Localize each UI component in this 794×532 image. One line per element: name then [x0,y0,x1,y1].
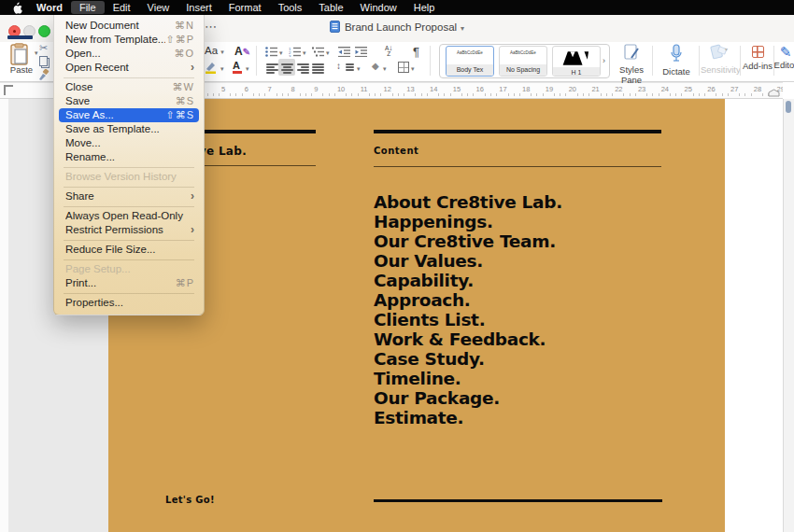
menubar-item-tools[interactable]: Tools [270,1,311,14]
shading-button[interactable]: ◆ [372,61,379,71]
file-menu-item-always-open-read-only[interactable]: Always Open Read-Only [54,209,204,223]
menubar-items: WordFileEditViewInsertFormatToolsTableWi… [28,1,443,14]
justify-button[interactable] [312,63,324,75]
shading-chevron[interactable]: ▾ [383,65,387,73]
file-menu-item-print[interactable]: Print...⌘P [54,276,204,290]
add-ins-button[interactable]: Add-ins [742,44,773,71]
line-spacing-chevron[interactable]: ▾ [357,65,361,73]
sensitivity-badge-icon: ▾ [709,44,730,61]
ruler-tick [670,93,671,96]
style-card-h-1[interactable]: H 1 [552,46,601,77]
ruler-tick [612,93,613,96]
menubar-item-view[interactable]: View [139,1,178,14]
menu-separator [54,75,204,80]
highlight-color-button[interactable] [204,62,219,74]
menubar-item-table[interactable]: Table [310,1,351,14]
menubar-item-edit[interactable]: Edit [105,1,139,14]
ruler-tick [565,93,566,96]
file-menu-item-rename[interactable]: Rename... [54,150,204,164]
cut-icon[interactable]: ✂ [39,42,48,54]
file-menu-item-restrict-permissions[interactable]: Restrict Permissions› [54,223,204,237]
ruler-tick [554,93,555,96]
styles-gallery-expand[interactable]: › [603,56,605,65]
ruler-number: 15 [453,85,461,93]
menubar-item-word[interactable]: Word [28,1,71,14]
font-color-chevron[interactable]: ▾ [246,65,249,73]
ruler-tick [693,93,694,96]
highlight-chevron[interactable]: ▾ [220,65,224,73]
ruler-number: 11 [361,85,368,93]
sensitivity-button: ▾ Sensitivity [701,44,738,75]
borders-chevron[interactable]: ▾ [411,65,415,73]
ruler-number: 17 [499,85,506,93]
increase-indent-icon[interactable] [355,47,367,57]
file-menu-item-open[interactable]: Open...⌘O [54,47,204,61]
file-menu-item-new-from-template[interactable]: New from Template...⇧⌘P [54,33,204,47]
menu-separator [54,237,204,243]
ruler-number: 28 [754,85,761,93]
group-divider [699,46,700,76]
ruler-number: 7 [268,85,272,93]
apple-menu[interactable] [12,2,22,14]
file-menu-item-properties[interactable]: Properties... [54,296,204,310]
file-menu-item-close[interactable]: Close⌘W [54,80,204,94]
menubar-item-format[interactable]: Format [220,1,270,14]
menubar-item-help[interactable]: Help [405,1,444,14]
numbered-list-icon[interactable]: 1 2 3 [289,47,301,57]
align-right-button[interactable] [297,63,309,75]
format-painter-icon[interactable] [37,69,50,80]
numbered-list-chevron[interactable]: ▾ [303,49,306,57]
dictate-button[interactable]: Dictate [656,44,697,77]
title-chevron-icon[interactable]: ▾ [461,24,464,33]
editor-button[interactable]: ✎ Editor [773,44,794,70]
paragraph-mark-button[interactable]: ¶ [413,45,419,59]
align-left-button[interactable] [266,63,278,75]
multilevel-list-icon[interactable] [312,47,324,57]
file-menu-item-save-as-template[interactable]: Save as Template... [54,122,204,136]
menubar-item-file[interactable]: File [71,1,105,14]
content-top-rule [374,130,661,133]
paste-label: Paste [7,64,35,75]
change-case-button[interactable]: Aa ▾ [205,45,224,56]
text-effects-button[interactable]: A✎ [234,45,250,58]
file-menu: New Document⌘NNew from Template...⇧⌘POpe… [53,15,205,315]
scrollbar-track[interactable] [783,99,794,532]
bullet-list-icon[interactable] [265,47,277,57]
ruler-tick [762,93,763,96]
file-menu-item-open-recent[interactable]: Open Recent› [54,61,204,75]
menu-separator [54,184,204,189]
multilevel-list-chevron[interactable]: ▾ [326,49,330,57]
borders-button[interactable] [398,62,409,73]
styles-pane-button[interactable]: StylesPane [613,44,650,85]
sort-icon[interactable]: A↓ Z [385,46,392,57]
align-center-button[interactable] [281,63,293,75]
file-menu-item-save-as[interactable]: Save As...⇧⌘S [59,108,199,122]
ruler-tick [421,93,422,96]
menubar-item-insert[interactable]: Insert [177,1,220,14]
footer-lets-go: Let's Go! [165,495,215,505]
ruler-tick [716,93,716,96]
paste-dropdown-chevron[interactable]: ▾ [35,49,38,57]
editor-pencil-icon: ✎ [773,44,794,60]
ruler-tick [704,93,705,96]
ruler-tick [375,93,376,96]
menubar-item-window[interactable]: Window [352,1,405,14]
file-menu-item-new-document[interactable]: New Document⌘N [54,19,204,33]
file-menu-item-move[interactable]: Move... [54,136,204,150]
file-menu-item-save[interactable]: Save⌘S [54,94,204,108]
bullet-list-chevron[interactable]: ▾ [279,49,283,57]
ruler-number: 16 [476,85,484,93]
copy-icon[interactable] [41,58,50,68]
scrollbar-thumb[interactable] [786,101,791,113]
right-indent-marker[interactable] [768,89,780,97]
file-menu-item-share[interactable]: Share› [54,189,204,203]
decrease-indent-icon[interactable] [338,47,350,57]
style-card-body-tex[interactable]: AaBbCcDdEeBody Tex [446,46,494,77]
file-menu-item-reduce-file-size[interactable]: Reduce File Size... [54,243,204,257]
ruler-number: 10 [337,85,345,93]
font-color-button[interactable]: A [233,60,242,74]
tab-selector-icon[interactable] [4,85,13,95]
style-card-no-spacing[interactable]: AaBbCcDdEeNo Spacing [499,46,547,77]
ruler-tick [450,93,451,96]
line-spacing-button[interactable]: ↕ [336,61,341,71]
